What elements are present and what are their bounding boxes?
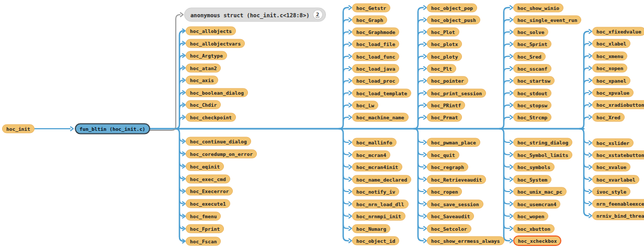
call-node[interactable]: nrn_feenableexcept [592, 199, 644, 208]
call-node[interactable]: hoc_Fscan [186, 237, 221, 245]
call-node[interactable]: hoc_Sred [513, 52, 546, 61]
call-node[interactable]: hoc_stopsw [513, 100, 551, 109]
call-node[interactable]: hoc_show_winio [513, 3, 563, 12]
call-node[interactable]: hoc_Xred [592, 113, 625, 121]
call-node[interactable]: hoc_Fprint [186, 224, 224, 233]
call-node[interactable]: hoc_load_file [352, 40, 399, 49]
call-node[interactable]: hoc_xpvalue [592, 88, 634, 97]
call-node[interactable]: hoc_object_id [352, 237, 399, 245]
call-node[interactable]: hoc_pointer [427, 76, 468, 85]
edge-line [584, 56, 589, 60]
call-node[interactable]: hoc_xpanel [592, 76, 630, 85]
call-node[interactable]: hoc_xradiobutton [592, 100, 644, 109]
call-node[interactable]: hoc_mallinfo [352, 138, 397, 147]
call-node[interactable]: hoc_Chdir [186, 100, 221, 109]
call-node[interactable]: hoc_nrn_load_dll [352, 199, 409, 208]
call-node[interactable]: hoc_xfixedvalue [592, 27, 644, 36]
call-node[interactable]: hoc_Strcmp [513, 113, 551, 122]
call-node[interactable]: hoc_Getstr [352, 3, 390, 12]
call-node[interactable]: hoc_unix_mac_pc [513, 187, 567, 196]
call-node[interactable]: hoc_atan2 [186, 63, 221, 72]
call-node[interactable]: hoc_allobjects [186, 27, 236, 36]
call-node[interactable]: hoc_Argtype [186, 51, 227, 60]
call-node[interactable]: hoc_continue_dialog [186, 137, 251, 146]
call-node[interactable]: hoc_Plot [427, 28, 459, 37]
call-node[interactable]: hoc_usemcran4 [513, 199, 560, 208]
call-node[interactable]: hoc_Prmat [427, 113, 462, 122]
call-node[interactable]: hoc_Execerror [186, 187, 233, 196]
call-node[interactable]: hoc_stdout [513, 88, 551, 97]
call-node[interactable]: hoc_ploty [427, 52, 462, 61]
call-node[interactable]: hoc_execute1 [186, 199, 230, 208]
call-node[interactable]: hoc_xstatebutton [592, 151, 644, 160]
call-node[interactable]: hoc_mcran4init [352, 163, 402, 172]
call-node[interactable]: hoc_fmenu [186, 212, 221, 221]
call-node[interactable]: nrniv_bind_thread [592, 211, 644, 220]
collapsed-count-badge[interactable]: 2 [313, 10, 322, 19]
call-node[interactable]: hoc_Numarg [352, 224, 390, 233]
call-node[interactable]: hoc_PRintf [427, 100, 465, 109]
call-node[interactable]: hoc_quit [427, 150, 459, 159]
call-node[interactable]: hoc_regraph [427, 163, 468, 172]
call-node[interactable]: hoc_load_proc [352, 76, 399, 85]
call-node[interactable]: hoc_checkpoint [186, 113, 236, 121]
call-node[interactable]: hoc_object_push [427, 15, 480, 24]
call-node[interactable]: hoc_print_session [427, 88, 486, 97]
call-node[interactable]: hoc_xlabel [592, 39, 630, 48]
call-node[interactable]: hoc_exec_cmd [186, 174, 230, 183]
edge-line [504, 200, 510, 204]
call-node[interactable]: hoc_boolean_dialog [186, 88, 248, 97]
call-node[interactable]: hoc_xvarlabel [592, 175, 639, 184]
call-node[interactable]: hoc_solve [513, 28, 548, 37]
call-node[interactable]: hoc_name_declared [352, 175, 411, 184]
call-node-highlighted[interactable]: hoc_xcheckbox [513, 235, 561, 246]
call-node[interactable]: hoc_wopen [513, 212, 548, 221]
call-node[interactable]: hoc_xbutton [513, 224, 555, 233]
call-node[interactable]: hoc_Saveaudit [427, 212, 474, 221]
call-node[interactable]: hoc_allobjectvars [186, 39, 245, 48]
call-node[interactable]: hoc_Setcolor [427, 224, 471, 233]
call-node[interactable]: hoc_coredump_on_error [186, 149, 257, 158]
call-node[interactable]: hoc_symbols [513, 163, 555, 172]
call-node[interactable]: hoc_System [513, 175, 551, 184]
call-node[interactable]: hoc_load_template [352, 88, 411, 97]
node-anonymous-struct[interactable]: anonymous struct (hoc_init.c<128:8>) 2 [184, 8, 326, 22]
call-node[interactable]: hoc_machine_name [352, 113, 409, 122]
call-node[interactable]: ivoc_style [592, 187, 630, 196]
call-node[interactable]: hoc_Graph [352, 15, 387, 24]
call-node[interactable]: hoc_eqinit [186, 162, 224, 171]
call-node[interactable]: hoc_sscanf [513, 64, 551, 73]
arrowhead-icon [510, 103, 513, 107]
call-node[interactable]: hoc_Plt [427, 64, 456, 73]
call-node[interactable]: hoc_Symbol_limits [513, 150, 572, 159]
call-node[interactable]: hoc_show_errmess_always [427, 237, 504, 245]
call-node[interactable]: hoc_ropen [427, 187, 462, 196]
edge-line [584, 151, 589, 155]
call-node[interactable]: hoc_save_session [427, 199, 483, 208]
arrowhead-icon [589, 177, 592, 181]
call-node[interactable]: hoc_Retrieveaudit [427, 175, 486, 184]
call-node[interactable]: hoc_startsw [513, 76, 555, 85]
call-node[interactable]: hoc_load_func [352, 52, 399, 61]
call-node[interactable]: hoc_Sprint [513, 40, 551, 49]
call-node[interactable]: hoc_axis [186, 76, 218, 85]
call-node[interactable]: hoc_xmenu [592, 51, 627, 60]
call-node[interactable]: hoc_Graphmode [352, 28, 399, 37]
call-node[interactable]: hoc_load_java [352, 64, 399, 73]
arrowhead-icon [349, 91, 352, 95]
call-node[interactable]: hoc_single_event_run [513, 15, 581, 24]
call-node[interactable]: hoc_pwman_place [427, 138, 480, 147]
call-node[interactable]: hoc_xvalue [592, 163, 630, 172]
call-node[interactable]: hoc_object_pop [427, 3, 477, 12]
node-hoc-init[interactable]: hoc_init [2, 125, 35, 133]
call-node[interactable]: hoc_nrnmpi_init [352, 212, 405, 221]
node-fun-bltin-selected[interactable]: fun_bltin (hoc_init.c) [75, 124, 150, 134]
call-node[interactable]: hoc_mcran4 [352, 150, 390, 159]
arrowhead-icon [589, 115, 592, 119]
call-node[interactable]: hoc_string_dialog [513, 138, 572, 147]
call-node[interactable]: hoc_plotx [427, 40, 462, 49]
call-node[interactable]: hoc_notify_iv [352, 187, 399, 196]
call-node[interactable]: hoc_xslider [592, 139, 634, 148]
call-node[interactable]: hoc_xopen [592, 64, 627, 73]
call-node[interactable]: hoc_Lw [352, 100, 378, 109]
